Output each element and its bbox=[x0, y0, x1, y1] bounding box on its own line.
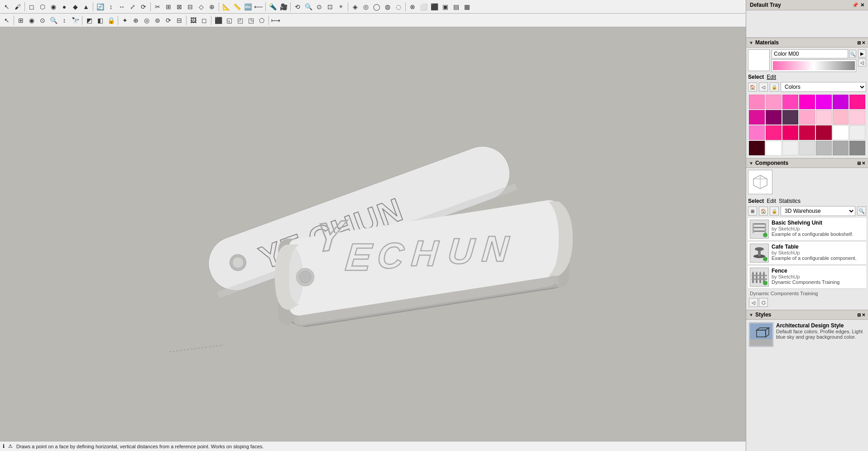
nav6[interactable]: 🔭 bbox=[70, 15, 80, 25]
swatch-19[interactable] bbox=[816, 125, 832, 140]
edit-tab[interactable]: Edit bbox=[767, 74, 776, 80]
tool20[interactable]: 📏 bbox=[232, 2, 242, 12]
tool10[interactable]: ↔ bbox=[117, 2, 127, 12]
home-btn[interactable]: 🏠 bbox=[748, 82, 757, 91]
tool8[interactable]: 🔄 bbox=[95, 2, 105, 12]
eraser-icon[interactable]: ◻ bbox=[27, 2, 37, 12]
components-close-btn[interactable]: ✕ bbox=[862, 161, 865, 166]
cursor-tool[interactable]: ↖ bbox=[2, 15, 12, 25]
list-item[interactable]: Cafe Table by SketchUp Example of a conf… bbox=[748, 242, 866, 265]
swatch-6[interactable] bbox=[833, 95, 849, 109]
materials-close-btn[interactable]: ✕ bbox=[862, 40, 865, 45]
tool11[interactable]: ⤢ bbox=[128, 2, 138, 12]
comp-dc-btn[interactable]: ⬡ bbox=[759, 298, 768, 307]
back-btn[interactable]: ◁ bbox=[759, 82, 768, 91]
list-item[interactable]: Basic Shelving Unit by SketchUp Example … bbox=[748, 218, 866, 241]
nav5[interactable]: ↕ bbox=[59, 15, 69, 25]
swatch-17[interactable] bbox=[782, 125, 798, 140]
tool28[interactable]: ⊡ bbox=[325, 2, 335, 12]
tool13[interactable]: ✂ bbox=[153, 2, 163, 12]
swatch-1[interactable] bbox=[749, 95, 765, 109]
swatch-8[interactable] bbox=[749, 110, 765, 125]
swatch-5[interactable] bbox=[816, 95, 832, 109]
tool16[interactable]: ⊟ bbox=[185, 2, 195, 12]
tool27[interactable]: ⊙ bbox=[314, 2, 324, 12]
comp-stats-tab[interactable]: Statistics bbox=[779, 198, 801, 204]
materials-expand-btn[interactable]: ⊞ bbox=[857, 40, 861, 45]
nav4[interactable]: 🔍 bbox=[48, 15, 58, 25]
swatch-10[interactable] bbox=[782, 110, 798, 125]
components-expand-btn[interactable]: ⊞ bbox=[857, 161, 861, 166]
swatch-13[interactable] bbox=[833, 110, 849, 125]
comp-select-tab[interactable]: Select bbox=[748, 198, 764, 204]
axes2[interactable]: ⊕ bbox=[131, 15, 141, 25]
components-section-header[interactable]: ▼ Components ⊞ ✕ bbox=[746, 158, 868, 168]
swatch-3[interactable] bbox=[782, 95, 798, 109]
snap1[interactable]: ⟼ bbox=[271, 15, 281, 25]
select-tool-icon[interactable]: ↖ bbox=[2, 2, 12, 12]
tool22[interactable]: ⟵ bbox=[254, 2, 264, 12]
swatch-18[interactable] bbox=[799, 125, 815, 140]
3d3[interactable]: ◰ bbox=[235, 15, 245, 25]
list-item[interactable]: Fence by SketchUp Dynamic Components Tra… bbox=[748, 266, 866, 289]
comp-search-btn[interactable]: 🔍 bbox=[857, 206, 866, 216]
tool14[interactable]: ⊞ bbox=[163, 2, 173, 12]
3d1[interactable]: ⬛ bbox=[213, 15, 223, 25]
swatch-28[interactable] bbox=[849, 141, 865, 155]
tool30[interactable]: ◈ bbox=[350, 2, 360, 12]
3d2[interactable]: ◱ bbox=[224, 15, 234, 25]
tool26[interactable]: 🔍 bbox=[303, 2, 313, 12]
tool21[interactable]: 🔤 bbox=[243, 2, 253, 12]
swatch-7[interactable] bbox=[849, 95, 865, 109]
lock-btn[interactable]: 🔒 bbox=[770, 82, 779, 91]
swatch-21[interactable] bbox=[849, 125, 865, 140]
comp-lock-btn[interactable]: 🔒 bbox=[770, 206, 779, 216]
swatch-16[interactable] bbox=[766, 125, 782, 140]
view2[interactable]: ◧ bbox=[95, 15, 105, 25]
tool36[interactable]: ⬜ bbox=[418, 2, 428, 12]
canvas-area[interactable]: YE CHUN bbox=[0, 27, 746, 441]
material-action-btn2[interactable]: ◁ bbox=[858, 58, 866, 67]
swatch-2[interactable] bbox=[766, 95, 782, 109]
tool3[interactable]: ⬡ bbox=[38, 2, 48, 12]
styles-section-header[interactable]: ▼ Styles ⊞ ✕ bbox=[746, 310, 868, 320]
tool25[interactable]: ⟲ bbox=[293, 2, 302, 12]
tool38[interactable]: ▣ bbox=[440, 2, 450, 12]
paint-tool-icon[interactable]: 🖌 bbox=[13, 2, 23, 12]
axes3[interactable]: ◎ bbox=[142, 15, 152, 25]
tool33[interactable]: ◍ bbox=[383, 2, 393, 12]
tool31[interactable]: ◎ bbox=[361, 2, 371, 12]
tool12[interactable]: ⟳ bbox=[139, 2, 149, 12]
tool18[interactable]: ⊕ bbox=[207, 2, 217, 12]
comp-dropdown[interactable]: 3D Warehouse bbox=[781, 206, 855, 216]
axes6[interactable]: ⊟ bbox=[174, 15, 184, 25]
swatch-26[interactable] bbox=[816, 141, 832, 155]
select-tab[interactable]: Select bbox=[748, 74, 764, 80]
axes4[interactable]: ⊚ bbox=[153, 15, 163, 25]
materials-section-header[interactable]: ▼ Materials ⊞ ✕ bbox=[746, 38, 868, 48]
axes5[interactable]: ⟳ bbox=[163, 15, 173, 25]
styles-expand-btn[interactable]: ⊞ bbox=[857, 312, 861, 317]
material-eyedropper-btn[interactable]: 🔍 bbox=[849, 50, 856, 58]
tool29[interactable]: ⌖ bbox=[336, 2, 346, 12]
nav3[interactable]: ⊙ bbox=[38, 15, 48, 25]
tool9[interactable]: ↕ bbox=[106, 2, 116, 12]
swatch-14[interactable] bbox=[849, 110, 865, 125]
tray-pin-btn[interactable]: 📌 bbox=[852, 2, 858, 8]
comp-grid-btn[interactable]: ⊞ bbox=[748, 206, 757, 216]
tool39[interactable]: ▤ bbox=[451, 2, 461, 12]
styles-close-btn[interactable]: ✕ bbox=[862, 312, 865, 317]
view1[interactable]: ◩ bbox=[84, 15, 94, 25]
tool6[interactable]: ◆ bbox=[70, 2, 80, 12]
swatch-9[interactable] bbox=[766, 110, 782, 125]
tray-close-btn[interactable]: ✕ bbox=[860, 2, 864, 8]
swatch-22[interactable] bbox=[749, 141, 765, 155]
tool17[interactable]: ◇ bbox=[196, 2, 206, 12]
swatch-11[interactable] bbox=[799, 110, 815, 125]
swatch-24[interactable] bbox=[782, 141, 798, 155]
swatch-4[interactable] bbox=[799, 95, 815, 109]
tool24[interactable]: 🎥 bbox=[278, 2, 288, 12]
swatch-12[interactable] bbox=[816, 110, 832, 125]
tool37[interactable]: ⬛ bbox=[429, 2, 439, 12]
swatch-25[interactable] bbox=[799, 141, 815, 155]
